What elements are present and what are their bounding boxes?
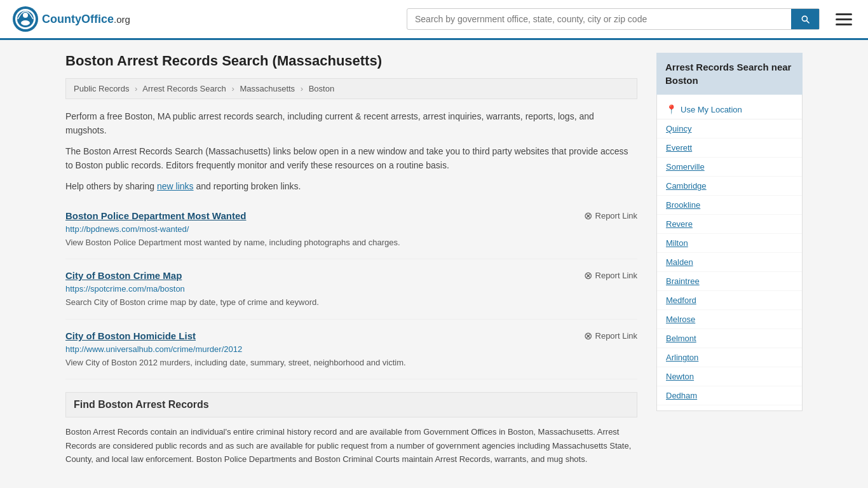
search-icon [800, 14, 810, 24]
find-section-header: Find Boston Arrest Records [65, 392, 637, 417]
sidebar-link-quincy[interactable]: Quincy [657, 119, 802, 139]
search-input[interactable] [407, 9, 791, 29]
breadcrumb: Public Records › Arrest Records Search ›… [65, 78, 637, 99]
sidebar-link-cambridge[interactable]: Cambridge [657, 177, 802, 196]
sidebar-link-dedham[interactable]: Dedham [657, 386, 802, 405]
report-icon: ⊗ [584, 210, 592, 222]
sidebar: Arrest Records Search near Boston 📍 Use … [656, 53, 803, 466]
svg-point-4 [21, 20, 30, 25]
breadcrumb-massachusetts[interactable]: Massachusetts [240, 84, 295, 93]
sidebar-link-braintree[interactable]: Braintree [657, 272, 802, 291]
sidebar-link-medford[interactable]: Medford [657, 291, 802, 310]
breadcrumb-arrest-records[interactable]: Arrest Records Search [142, 84, 226, 93]
logo-icon [13, 6, 38, 32]
search-button[interactable] [791, 9, 819, 29]
location-pin-icon: 📍 [666, 104, 677, 114]
report-icon: ⊗ [584, 330, 592, 342]
report-icon: ⊗ [584, 269, 592, 281]
resource-item: City of Boston Crime Map ⊗ Report Link h… [65, 259, 637, 320]
new-links-link[interactable]: new links [157, 181, 194, 191]
find-section: Find Boston Arrest Records Boston Arrest… [65, 392, 637, 466]
sidebar-link-arlington[interactable]: Arlington [657, 348, 802, 367]
use-my-location[interactable]: 📍 Use My Location [657, 100, 802, 119]
resource-title-0[interactable]: Boston Police Department Most Wanted [65, 210, 246, 221]
resource-url-2[interactable]: http://www.universalhub.com/crime/murder… [65, 344, 637, 354]
logo[interactable]: CountyOffice.org [13, 6, 130, 32]
breadcrumb-boston[interactable]: Boston [309, 84, 334, 93]
resource-desc-0: View Boston Police Department most wante… [65, 236, 637, 249]
breadcrumb-public-records[interactable]: Public Records [74, 84, 129, 93]
resource-url-0[interactable]: http://bpdnews.com/most-wanted/ [65, 224, 637, 234]
sidebar-link-malden[interactable]: Malden [657, 253, 802, 272]
intro-p1: Perform a free Boston, MA public arrest … [65, 109, 637, 138]
menu-line [836, 13, 852, 15]
report-link-button-0[interactable]: ⊗ Report Link [584, 210, 637, 222]
sidebar-link-belmont[interactable]: Belmont [657, 329, 802, 348]
sidebar-link-melrose[interactable]: Melrose [657, 310, 802, 329]
intro-p2: The Boston Arrest Records Search (Massac… [65, 144, 637, 173]
sidebar-link-revere[interactable]: Revere [657, 215, 802, 234]
search-bar [407, 8, 820, 30]
logo-text: CountyOffice.org [42, 13, 130, 26]
resource-title-2[interactable]: City of Boston Homicide List [65, 330, 196, 341]
resource-url-1[interactable]: https://spotcrime.com/ma/boston [65, 284, 637, 294]
find-section-text: Boston Arrest Records contain an individ… [65, 425, 637, 466]
sidebar-link-newton[interactable]: Newton [657, 367, 802, 386]
sidebar-link-somerville[interactable]: Somerville [657, 158, 802, 177]
report-link-button-1[interactable]: ⊗ Report Link [584, 269, 637, 281]
menu-line [836, 18, 852, 20]
sidebar-header: Arrest Records Search near Boston [656, 53, 803, 95]
report-link-button-2[interactable]: ⊗ Report Link [584, 330, 637, 342]
sidebar-link-milton[interactable]: Milton [657, 234, 802, 253]
sidebar-link-everett[interactable]: Everett [657, 139, 802, 158]
page-title: Boston Arrest Records Search (Massachuse… [65, 53, 637, 69]
menu-line [836, 24, 852, 25]
resource-title-1[interactable]: City of Boston Crime Map [65, 270, 182, 281]
resource-item: Boston Police Department Most Wanted ⊗ R… [65, 200, 637, 260]
menu-button[interactable] [832, 10, 855, 29]
intro-p3: Help others by sharing new links and rep… [65, 179, 637, 193]
resource-desc-1: Search City of Boston crime map by date,… [65, 296, 637, 309]
resource-desc-2: View City of Boston 2012 murders, includ… [65, 356, 637, 369]
svg-point-3 [23, 13, 28, 18]
sidebar-link-brookline[interactable]: Brookline [657, 196, 802, 215]
intro-section: Perform a free Boston, MA public arrest … [65, 109, 637, 193]
sidebar-content: 📍 Use My Location Quincy Everett Somervi… [656, 95, 803, 411]
resource-item: City of Boston Homicide List ⊗ Report Li… [65, 320, 637, 380]
